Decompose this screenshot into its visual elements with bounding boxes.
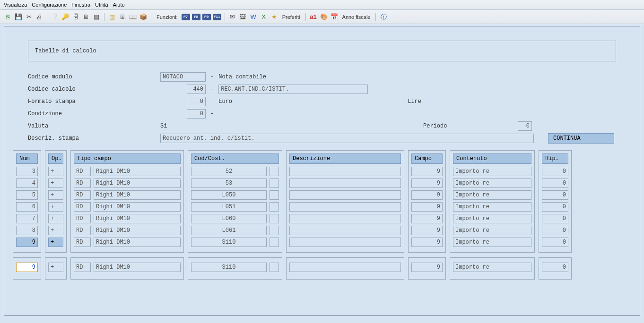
- f9-button[interactable]: F9: [202, 14, 211, 20]
- cell-campo[interactable]: 9: [411, 238, 443, 247]
- cell-td[interactable]: Righi DM10: [94, 226, 181, 235]
- f11-button[interactable]: F11: [213, 14, 221, 20]
- cell-campo[interactable]: 9: [411, 167, 443, 176]
- continua-button[interactable]: CONTINUA: [548, 133, 614, 144]
- menu-configurazione[interactable]: Configurazione: [32, 2, 67, 8]
- palette-icon[interactable]: 🎨: [320, 13, 328, 21]
- input-periodo[interactable]: [518, 121, 532, 131]
- cell-td[interactable]: Righi DM10: [94, 202, 181, 212]
- cell-op[interactable]: +: [48, 214, 63, 223]
- cell-rip[interactable]: 0: [542, 190, 568, 200]
- cell-rip[interactable]: 0: [542, 167, 568, 176]
- input-codice-modulo[interactable]: [160, 72, 206, 82]
- cell-rip[interactable]: 0: [542, 238, 568, 247]
- print-icon[interactable]: 🖨: [35, 13, 44, 21]
- cell-td[interactable]: Righi DM10: [94, 214, 181, 223]
- cell-desc[interactable]: [289, 226, 401, 235]
- cell-cod-extra[interactable]: [270, 202, 279, 212]
- cal-icon[interactable]: 📅: [330, 13, 339, 21]
- input-formato[interactable]: [187, 97, 206, 106]
- box-icon[interactable]: 📦: [139, 13, 148, 21]
- cell-cod[interactable]: L061: [191, 226, 267, 235]
- edit-tc[interactable]: RD: [74, 263, 91, 272]
- cell-cont[interactable]: Importo re: [453, 202, 531, 212]
- input-descriz[interactable]: [160, 134, 534, 143]
- cut-icon[interactable]: ✂: [25, 13, 33, 21]
- db-icon[interactable]: 🗄: [71, 13, 80, 21]
- cell-cod[interactable]: 52: [191, 167, 267, 176]
- input-condizione[interactable]: [187, 109, 206, 119]
- cell-tc[interactable]: RD: [74, 202, 91, 212]
- edit-cod[interactable]: S110: [191, 263, 267, 272]
- cell-tc[interactable]: RD: [74, 214, 91, 223]
- edit-cont[interactable]: Importo re: [453, 263, 531, 272]
- edit-rip[interactable]: 0: [542, 263, 568, 272]
- cell-tc[interactable]: RD: [74, 238, 91, 247]
- cell-cont[interactable]: Importo re: [453, 226, 531, 235]
- book-icon[interactable]: 📖: [129, 13, 137, 21]
- img-icon[interactable]: 🖼: [239, 13, 247, 21]
- cell-cod-extra[interactable]: [270, 238, 279, 247]
- input-codice-calcolo[interactable]: [187, 85, 206, 94]
- cell-cod-extra[interactable]: [270, 214, 279, 223]
- menu-finestra[interactable]: Finestra: [71, 2, 90, 8]
- cell-cont[interactable]: Importo re: [453, 214, 531, 223]
- cell-num[interactable]: 3: [16, 167, 38, 176]
- edit-op[interactable]: +: [48, 263, 63, 272]
- word-icon[interactable]: W: [249, 13, 258, 21]
- cell-rip[interactable]: 0: [542, 214, 568, 223]
- mail-icon[interactable]: ✉: [228, 13, 237, 21]
- key-icon[interactable]: 🔑: [61, 13, 70, 21]
- a1-icon[interactable]: a1: [309, 13, 318, 21]
- cell-num[interactable]: 9: [16, 238, 38, 247]
- cell-num[interactable]: 5: [16, 190, 38, 200]
- cell-tc[interactable]: RD: [74, 226, 91, 235]
- cell-op[interactable]: +: [48, 202, 63, 212]
- label-anno[interactable]: Anno fiscale: [342, 14, 371, 20]
- cell-desc[interactable]: [289, 178, 401, 188]
- edit-num[interactable]: 9: [16, 263, 38, 272]
- save-icon[interactable]: 💾: [14, 13, 23, 21]
- info-icon[interactable]: ⓘ: [379, 13, 388, 21]
- cell-num[interactable]: 6: [16, 202, 38, 212]
- cell-tc[interactable]: RD: [74, 190, 91, 200]
- cell-cod[interactable]: L050: [191, 190, 267, 200]
- f7-button[interactable]: F7: [182, 14, 190, 20]
- cell-desc[interactable]: [289, 238, 401, 247]
- exit-icon[interactable]: ⎘: [4, 13, 12, 21]
- star-icon[interactable]: ★: [270, 13, 278, 21]
- menu-aiuto[interactable]: Aiuto: [113, 2, 125, 8]
- cell-campo[interactable]: 9: [411, 202, 443, 212]
- label-preferiti[interactable]: Preferiti: [282, 14, 300, 20]
- cell-rip[interactable]: 0: [542, 202, 568, 212]
- cell-tc[interactable]: RD: [74, 178, 91, 188]
- page-icon[interactable]: 🗏: [118, 13, 127, 21]
- cell-cont[interactable]: Importo re: [453, 178, 531, 188]
- help-icon[interactable]: ❔: [51, 13, 59, 21]
- cell-cod-extra[interactable]: [270, 178, 279, 188]
- doc-icon[interactable]: 🗎: [82, 13, 90, 21]
- excel-icon[interactable]: X: [260, 13, 268, 21]
- cell-campo[interactable]: 9: [411, 214, 443, 223]
- cell-tc[interactable]: RD: [74, 167, 91, 176]
- f8-button[interactable]: F8: [192, 14, 200, 20]
- cell-rip[interactable]: 0: [542, 178, 568, 188]
- edit-td[interactable]: Righi DM10: [94, 263, 181, 272]
- cell-desc[interactable]: [289, 167, 401, 176]
- cell-td[interactable]: Righi DM10: [94, 178, 181, 188]
- cell-cont[interactable]: Importo re: [453, 167, 531, 176]
- stack-icon[interactable]: ▥: [108, 13, 116, 21]
- cell-num[interactable]: 4: [16, 178, 38, 188]
- cell-cont[interactable]: Importo re: [453, 238, 531, 247]
- edit-cod-extra[interactable]: [270, 263, 279, 272]
- menu-visualizza[interactable]: Visualizza: [4, 2, 27, 8]
- cell-cod-extra[interactable]: [270, 226, 279, 235]
- cell-cod[interactable]: S110: [191, 238, 267, 247]
- menu-utilita[interactable]: Utilità: [95, 2, 108, 8]
- cell-campo[interactable]: 9: [411, 178, 443, 188]
- cell-campo[interactable]: 9: [411, 190, 443, 200]
- cell-op[interactable]: +: [48, 226, 63, 235]
- edit-desc[interactable]: [289, 263, 401, 272]
- input-codice-calcolo-desc[interactable]: [218, 85, 368, 94]
- cell-desc[interactable]: [289, 190, 401, 200]
